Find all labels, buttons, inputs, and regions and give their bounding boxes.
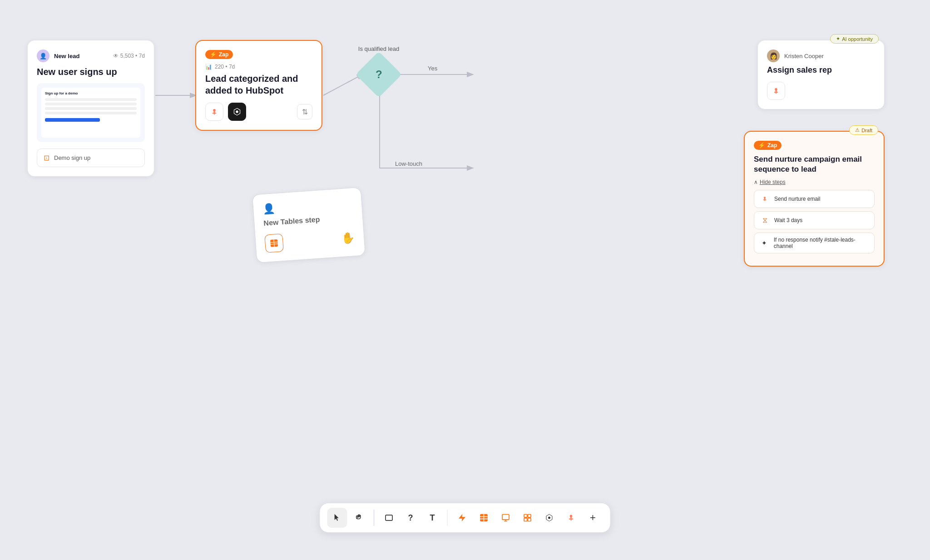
tables-app-icon[interactable] [264,233,284,253]
step-notify-label: If no response notify #stale-leads-chann… [774,237,869,249]
decision-node: Is qualified lead ? [362,58,395,91]
lead-categorized-card: ⚡ Zap 📊 220 • 7d Lead categorized and ad… [195,40,322,131]
select-tool-btn[interactable] [327,508,347,528]
assign-hubspot-icon[interactable] [767,82,785,100]
svg-rect-16 [524,515,527,518]
svg-text:Low-touch: Low-touch [395,160,422,167]
divider-1 [374,510,375,526]
openai-icon[interactable] [228,103,246,121]
zap-tool-btn[interactable] [452,508,472,528]
drag-handle-icon[interactable]: ✋ [341,231,355,245]
svg-rect-19 [528,518,531,521]
preview-btn [45,118,100,122]
sparkle-icon: ✦ [836,36,840,42]
svg-point-20 [548,517,550,519]
text-tool-btn[interactable]: T [422,508,442,528]
nurture-zap-badge: ⚡ Zap [754,141,782,150]
interface-tool-btn[interactable] [496,508,516,528]
step-hubspot-icon [760,194,770,204]
sort-icon[interactable]: ⇅ [297,104,312,119]
divider-2 [447,510,448,526]
tables-heading: New Tables step [263,213,354,228]
new-lead-heading: New user signs up [37,66,145,78]
demo-signup-icon: ⊡ [44,154,49,162]
demo-signup-label: Demo sign up [54,154,90,161]
rectangle-tool-btn[interactable] [379,508,399,528]
tables-icons-row: ✋ [264,228,355,253]
decision-symbol: ? [376,68,382,81]
diamond-shape: ? [356,51,402,98]
nurture-zap-icon: ⚡ [758,142,765,149]
person-name: Kristen Cooper [784,53,824,59]
chevron-up-icon: ∧ [754,179,758,185]
svg-rect-17 [528,515,531,518]
step-notify-slack: ✦ If no response notify #stale-leads-cha… [754,233,875,253]
toolbar-shape-group: ? T [379,508,442,528]
preview-field-2 [45,103,137,105]
toolbar-select-group [327,508,369,528]
preview-field-1 [45,98,137,101]
new-lead-avatar: 👤 [37,50,49,62]
lead-categorized-meta: 📊 220 • 7d [205,64,312,70]
step-wait-icon: ⧖ [760,215,770,225]
new-lead-card: 👤 New lead 👁 5,503 • 7d New user signs u… [27,40,154,177]
draft-badge: ⚠ Draft [849,125,878,135]
preview-field-3 [45,107,137,110]
hand-tool-btn[interactable] [349,508,369,528]
step-wait-3-days: ⧖ Wait 3 days [754,211,875,229]
lead-categorized-heading: Lead categorized and added to HubSpot [205,73,312,96]
canvas-tool-btn[interactable] [518,508,538,528]
new-lead-preview: Sign up for a demo [37,83,145,142]
person-row: 👩 Kristen Cooper [767,50,875,62]
toolbar: ? T [320,503,611,533]
new-lead-title: New lead [54,53,109,59]
svg-rect-10 [386,515,392,520]
svg-rect-15 [502,515,509,520]
demo-signup-action[interactable]: ⊡ Demo sign up [37,149,145,167]
svg-point-3 [236,110,238,113]
assign-sales-heading: Assign sales rep [767,65,875,75]
tables-step-card: 👤 New Tables step ✋ [252,187,366,263]
nurture-heading: Send nurture campaign email sequence to … [754,154,875,174]
new-lead-meta: 👁 5,503 • 7d [113,53,145,59]
step-send-nurture-label: Send nurture email [774,196,820,202]
decision-label: Is qualified lead [358,45,399,52]
preview-field-4 [45,112,137,114]
table-tool-btn[interactable] [474,508,494,528]
warning-icon: ⚠ [855,127,860,133]
svg-rect-18 [524,518,527,521]
hide-steps-btn[interactable]: ∧ Hide steps [754,179,875,185]
zap-lightning-icon: ⚡ [210,51,217,58]
step-slack-icon: ✦ [760,238,769,248]
nurture-campaign-card: ⚠ Draft ⚡ Zap Send nurture campaign emai… [744,131,885,267]
hubspot-icon[interactable] [205,103,223,121]
hubspot-tool-btn[interactable] [561,508,581,528]
zap-badge: ⚡ Zap [205,50,233,59]
toolbar-apps-group: + [452,508,603,528]
lead-categorized-icons: ⇅ [205,103,312,121]
add-tool-btn[interactable]: + [583,508,603,528]
ai-opportunity-badge: ✦ AI opportunity [830,34,879,44]
openai-tool-btn[interactable] [539,508,559,528]
step-wait-label: Wait 3 days [774,217,802,223]
tables-person-icon: 👤 [262,197,352,215]
step-send-nurture: Send nurture email [754,190,875,208]
assign-icons-row [767,82,875,100]
preview-form-title: Sign up for a demo [45,91,137,95]
question-tool-btn[interactable]: ? [401,508,420,528]
hide-steps-label: Hide steps [760,179,786,185]
assign-sales-card: ✦ AI opportunity 👩 Kristen Cooper Assign… [757,40,885,109]
person-avatar: 👩 [767,50,780,62]
svg-text:Yes: Yes [428,65,438,72]
